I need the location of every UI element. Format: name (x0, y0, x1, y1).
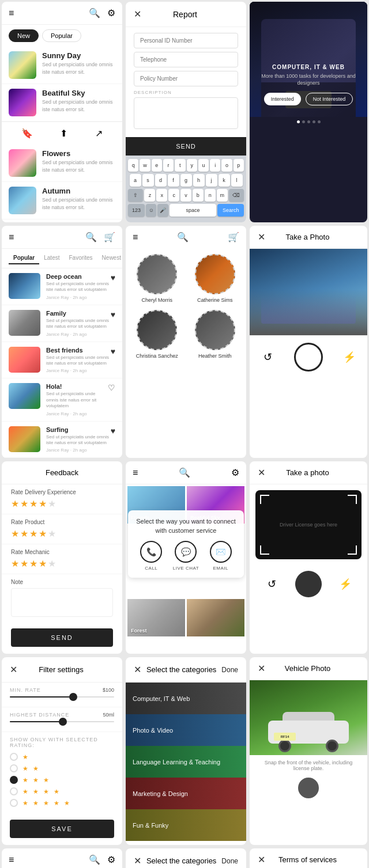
menu-icon[interactable]: ≡ (133, 468, 138, 478)
radio-2[interactable] (10, 764, 18, 772)
feed-item-hola[interactable]: ♡ Hola! Sed ut perspiciatis unde omnis i… (2, 378, 122, 421)
tab-favorites[interactable]: Favorites (64, 252, 97, 264)
dot-3[interactable] (307, 120, 310, 123)
star-4[interactable]: ★ (39, 498, 47, 509)
flash-icon[interactable]: ⚡ (340, 348, 359, 366)
category-language[interactable]: Language Learning & Teaching (126, 746, 246, 778)
star-2[interactable]: ★ (20, 528, 28, 539)
close-icon[interactable]: ✕ (10, 664, 17, 675)
distance-slider[interactable] (10, 721, 114, 722)
tab-popular[interactable]: Popular (9, 252, 39, 264)
close-icon[interactable]: ✕ (134, 9, 141, 20)
dot-1[interactable] (297, 120, 300, 123)
dot-4[interactable] (312, 120, 315, 123)
rotate-icon[interactable]: ↺ (258, 348, 277, 366)
key-u[interactable]: u (198, 159, 209, 172)
key-p[interactable]: p (234, 159, 244, 172)
cs-livechat[interactable]: 💬 LIVE CHAT (173, 541, 199, 571)
upload-icon[interactable]: ⬆ (60, 128, 67, 139)
key-z[interactable]: z (144, 189, 155, 202)
heart-icon[interactable]: ♥ (111, 273, 115, 282)
feedback-send-button[interactable]: SEND (11, 628, 113, 647)
shutter-button[interactable] (294, 343, 323, 372)
key-x[interactable]: x (156, 189, 167, 202)
done-button-2[interactable]: Done (221, 857, 238, 865)
close-icon[interactable]: ✕ (258, 663, 265, 674)
key-r[interactable]: r (163, 159, 174, 172)
done-button[interactable]: Done (221, 666, 238, 674)
category-marketing[interactable]: Marketing & Design (126, 778, 246, 809)
star-3[interactable]: ★ (29, 558, 37, 569)
bookmark-icon[interactable]: 🔖 (21, 128, 33, 139)
category-photo-video[interactable]: Photo & Video (126, 714, 246, 746)
feed-item-surfing[interactable]: ♥ Surfing Sed ut perspiciatis unde omnis… (2, 422, 122, 458)
key-f[interactable]: f (168, 174, 179, 187)
star-1[interactable]: ★ (11, 498, 19, 509)
key-emoji[interactable]: ☺ (146, 204, 156, 217)
radio-3[interactable] (10, 776, 18, 784)
key-q[interactable]: q (128, 159, 138, 172)
key-mic[interactable]: 🎤 (157, 204, 168, 217)
contact-heather[interactable]: Heather Smith (192, 310, 238, 359)
telephone-input[interactable] (134, 52, 238, 67)
star-5[interactable]: ★ (48, 528, 56, 539)
cs-call[interactable]: 📞 CALL (140, 541, 162, 571)
key-i[interactable]: i (210, 159, 220, 172)
dot-2[interactable] (302, 120, 305, 123)
menu-icon[interactable]: ≡ (133, 232, 138, 242)
close-icon[interactable]: ✕ (258, 854, 265, 865)
heart-icon[interactable]: ♥ (111, 310, 115, 319)
cart-icon[interactable]: 🛒 (228, 232, 239, 242)
contact-catherine[interactable]: Catherine Sims (192, 254, 238, 303)
tab-popular[interactable]: Popular (42, 29, 81, 42)
feed-item-family[interactable]: ♥ Family Sed ut perspiciatis unde omnis … (2, 305, 122, 342)
cart-icon[interactable]: 🛒 (104, 232, 115, 242)
radio-4[interactable] (10, 787, 18, 795)
star-2[interactable]: ★ (20, 498, 28, 509)
key-m[interactable]: m (217, 189, 228, 202)
star-1[interactable]: ★ (11, 528, 19, 539)
heart-icon[interactable]: ♥ (111, 426, 115, 435)
category-fun[interactable]: Fun & Funky (126, 809, 246, 841)
menu-icon[interactable]: ≡ (9, 855, 14, 865)
star-4[interactable]: ★ (39, 558, 47, 569)
key-n[interactable]: n (205, 189, 216, 202)
key-w[interactable]: w (140, 159, 150, 172)
gallery-cell-misc[interactable] (187, 599, 244, 636)
gallery-cell-forest[interactable]: Forest (127, 599, 185, 636)
key-h[interactable]: h (193, 174, 205, 187)
blog-item-flowers[interactable]: Flowers Sed ut perspiciatis unde omnis i… (2, 145, 122, 182)
key-search[interactable]: Search (217, 204, 244, 217)
rotate-icon[interactable]: ↺ (262, 575, 281, 593)
note-textarea[interactable] (11, 588, 113, 617)
key-space[interactable]: space (170, 204, 217, 217)
call-icon[interactable]: 📞 (140, 541, 162, 563)
key-t[interactable]: t (175, 159, 185, 172)
close-icon[interactable]: ✕ (134, 664, 141, 675)
heart-icon[interactable]: ♥ (111, 347, 115, 356)
key-o[interactable]: o (221, 159, 232, 172)
key-b[interactable]: b (193, 189, 204, 202)
star-3[interactable]: ★ (29, 498, 37, 509)
blog-item-autumn[interactable]: Autumn Sed ut perspiciatis unde omnis is… (2, 182, 122, 219)
search-icon[interactable]: 🔍 (177, 232, 189, 242)
menu-icon[interactable]: ≡ (9, 232, 14, 242)
search-icon[interactable]: 🔍 (179, 467, 190, 478)
key-backspace[interactable]: ⌫ (229, 189, 244, 202)
tab-newest[interactable]: Newest (97, 252, 122, 264)
description-textarea[interactable] (134, 97, 238, 129)
star-5[interactable]: ★ (48, 558, 56, 569)
search-icon[interactable]: 🔍 (89, 7, 100, 18)
key-e[interactable]: e (152, 159, 162, 172)
livechat-icon[interactable]: 💬 (175, 541, 197, 563)
flash-icon[interactable]: ⚡ (336, 575, 355, 593)
star-4[interactable]: ★ (39, 528, 47, 539)
blog-item-sky[interactable]: Beatiful Sky Sed ut perspiciatis unde om… (2, 84, 122, 122)
blog-item-sunny[interactable]: Sunny Day Sed ut perspiciatis unde omnis… (2, 47, 122, 84)
policy-number-input[interactable] (134, 71, 238, 86)
feed-item-ocean[interactable]: ♥ Deep ocean Sed ut perspiciatis unde om… (2, 268, 122, 305)
search-icon[interactable]: 🔍 (89, 854, 100, 865)
heart-icon[interactable]: ♡ (108, 383, 115, 392)
close-icon[interactable]: ✕ (134, 855, 141, 866)
interested-button[interactable]: Interested (264, 93, 301, 105)
